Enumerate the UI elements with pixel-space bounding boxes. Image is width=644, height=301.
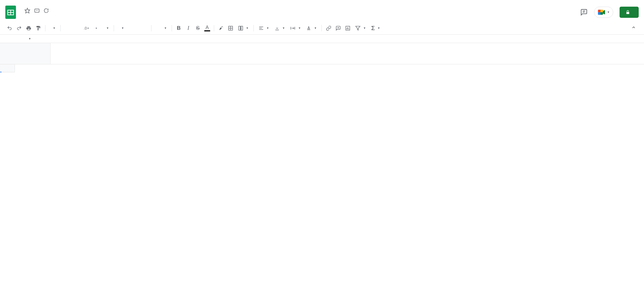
number-format-select[interactable]: ▼ (101, 27, 111, 30)
header: ▼ (0, 0, 644, 22)
toolbar: ▼ .0 ▼ ▼ ▼ B I S A ▼ ▼ (0, 22, 644, 35)
menu-help[interactable] (72, 15, 77, 17)
link-button[interactable] (324, 24, 333, 32)
decrease-decimal-button[interactable]: .0 (82, 24, 91, 32)
vertical-align-button[interactable]: ▼ (272, 26, 287, 31)
saving-status (44, 8, 52, 13)
separator (253, 25, 254, 31)
sheets-logo-icon[interactable] (5, 6, 16, 19)
currency-button[interactable] (63, 24, 72, 32)
svg-rect-10 (600, 10, 603, 12)
font-select[interactable]: ▼ (117, 27, 149, 30)
menu-data[interactable] (53, 15, 58, 17)
svg-marker-30 (356, 26, 360, 30)
chevron-down-icon: ▼ (266, 27, 269, 30)
svg-rect-9 (598, 10, 600, 12)
svg-rect-13 (626, 12, 629, 14)
menu-bar (21, 15, 83, 17)
redo-button[interactable] (15, 24, 23, 32)
comments-icon[interactable] (580, 9, 588, 16)
grid-container (0, 64, 644, 72)
chevron-down-icon: ▼ (607, 11, 610, 14)
svg-rect-11 (598, 12, 600, 15)
insert-chart-button[interactable] (344, 24, 352, 32)
select-all-corner[interactable] (0, 64, 15, 72)
chevron-down-icon: ▼ (246, 27, 249, 30)
menu-extensions[interactable] (65, 15, 71, 17)
print-button[interactable] (24, 24, 33, 32)
fontsize-select[interactable]: ▼ (154, 27, 169, 30)
meet-button[interactable]: ▼ (594, 7, 613, 18)
paint-format-button[interactable] (34, 24, 43, 32)
title-row (21, 8, 83, 14)
namebox-bar: ▼ (0, 35, 644, 43)
menu-view[interactable] (33, 15, 39, 17)
chevron-down-icon: ▼ (378, 27, 380, 30)
lock-icon (625, 10, 630, 15)
formula-input[interactable] (50, 43, 644, 64)
borders-button[interactable] (226, 24, 235, 32)
merge-cells-button[interactable]: ▼ (236, 26, 251, 31)
menu-tools[interactable] (59, 15, 64, 17)
increase-decimal-button[interactable] (92, 24, 100, 32)
chevron-down-icon: ▼ (298, 27, 301, 30)
italic-button[interactable]: I (184, 24, 193, 32)
star-icon[interactable] (24, 8, 30, 14)
chevron-down-icon: ▼ (53, 27, 56, 30)
chevron-down-icon: ▼ (363, 27, 366, 30)
chevron-down-icon: ▼ (121, 27, 124, 30)
separator (45, 25, 45, 31)
menu-edit[interactable] (27, 15, 32, 17)
zoom-select[interactable]: ▼ (48, 27, 58, 30)
text-wrap-button[interactable]: ▼ (288, 26, 303, 31)
functions-button[interactable]: Σ ▼ (369, 25, 382, 32)
share-button[interactable] (620, 7, 639, 18)
formula-bar (0, 43, 644, 64)
percent-button[interactable] (73, 24, 81, 32)
svg-marker-12 (603, 10, 605, 14)
chevron-down-icon: ▼ (282, 27, 285, 30)
chevron-down-icon: ▼ (106, 27, 109, 30)
filter-button[interactable]: ▼ (353, 26, 368, 31)
meet-icon (598, 9, 605, 15)
header-right: ▼ (580, 7, 639, 18)
menu-format[interactable] (46, 15, 52, 17)
chevron-down-icon: ▼ (314, 27, 317, 30)
insert-comment-button[interactable] (334, 24, 342, 32)
logo-section (5, 6, 83, 19)
text-color-button[interactable]: A (203, 24, 211, 32)
separator (60, 25, 61, 31)
svg-marker-4 (25, 8, 30, 13)
menu-file[interactable] (21, 15, 26, 17)
move-icon[interactable] (34, 8, 40, 14)
title-area (21, 8, 83, 17)
chevron-down-icon: ▼ (164, 27, 167, 30)
horizontal-align-button[interactable]: ▼ (256, 26, 271, 31)
chevron-down-icon: ▼ (28, 37, 31, 40)
separator (321, 25, 322, 31)
undo-button[interactable] (5, 24, 14, 32)
strikethrough-button[interactable]: S (194, 24, 202, 32)
separator (172, 25, 172, 31)
separator (214, 25, 214, 31)
text-rotation-button[interactable]: ▼ (304, 26, 319, 31)
separator (151, 25, 151, 31)
namebox[interactable]: ▼ (0, 36, 35, 42)
collapse-toolbar-icon[interactable] (631, 25, 639, 31)
fx-section (0, 43, 50, 64)
bold-button[interactable]: B (175, 24, 183, 32)
fill-color-button[interactable] (217, 24, 225, 32)
separator (114, 25, 114, 31)
menu-insert[interactable] (40, 15, 45, 17)
